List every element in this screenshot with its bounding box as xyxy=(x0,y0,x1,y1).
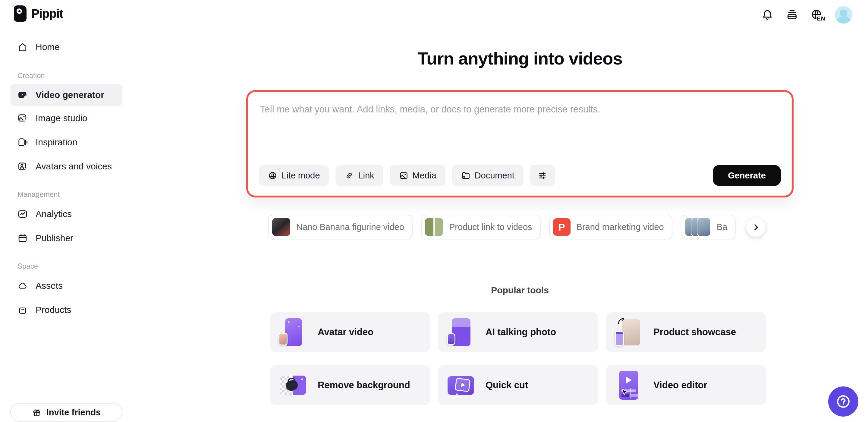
tool-label: Video editor xyxy=(653,380,707,391)
chip-product-link-to-videos[interactable]: Product link to videos xyxy=(421,215,541,239)
tool-label: Product showcase xyxy=(653,327,736,338)
publisher-icon xyxy=(18,233,28,243)
language-code: EN xyxy=(816,16,825,22)
topbar-actions: EN xyxy=(761,6,852,24)
inspiration-icon xyxy=(18,137,28,147)
sidebar-item-label: Video generator xyxy=(36,90,104,100)
curved-arrow-icon xyxy=(617,316,627,327)
product-showcase-thumbnail xyxy=(614,318,643,346)
generate-button[interactable]: Generate xyxy=(713,165,781,186)
composer-toolbar: Lite mode Link Media Document Generate xyxy=(259,165,781,186)
sidebar-item-publisher[interactable]: Publisher xyxy=(10,229,122,248)
chips-scroll-next-button[interactable] xyxy=(746,218,766,237)
chip-thumbnail-stack xyxy=(685,218,711,236)
assets-cloud-icon xyxy=(18,281,28,291)
sidebar: Home Creation Video generator Image stud… xyxy=(10,37,122,320)
user-avatar[interactable] xyxy=(835,6,852,24)
sidebar-section-creation: Creation xyxy=(10,70,122,81)
chip-thumbnail xyxy=(272,218,290,236)
lite-mode-button[interactable]: Lite mode xyxy=(259,165,329,186)
suggestion-chips-row: Nano Banana figurine video Product link … xyxy=(268,215,793,240)
pippit-logo[interactable]: Pippit xyxy=(14,5,63,22)
sidebar-item-home[interactable]: Home xyxy=(10,37,122,57)
add-link-button[interactable]: Link xyxy=(336,165,383,186)
invite-friends-label: Invite friends xyxy=(46,408,101,418)
help-button[interactable] xyxy=(828,386,858,417)
analytics-icon xyxy=(18,209,28,219)
sidebar-item-label: Publisher xyxy=(36,233,73,243)
sidebar-item-assets[interactable]: Assets xyxy=(10,276,122,295)
tool-card-product-showcase[interactable]: Product showcase xyxy=(606,312,766,352)
avatar-silhouette-head xyxy=(840,10,847,16)
gift-icon xyxy=(32,408,41,418)
tool-label: Avatar video xyxy=(318,327,373,338)
prompt-input[interactable] xyxy=(260,104,772,146)
notifications-bell-icon[interactable] xyxy=(761,8,774,21)
add-media-label: Media xyxy=(412,171,436,181)
sphere-icon xyxy=(268,171,277,180)
avatar-video-thumbnail xyxy=(278,318,307,346)
chip-brand-marketing-video[interactable]: P Brand marketing video xyxy=(549,215,673,239)
video-generator-icon xyxy=(18,90,28,100)
chevron-right-icon xyxy=(751,223,761,232)
sidebar-item-video-generator[interactable]: Video generator xyxy=(10,84,122,106)
lite-mode-label: Lite mode xyxy=(281,171,320,181)
prompt-composer-card: Lite mode Link Media Document Generate xyxy=(246,90,794,198)
quick-cut-thumbnail: ✂ xyxy=(446,371,475,400)
invite-friends-button[interactable]: Invite friends xyxy=(10,403,122,422)
popular-tools-grid: Avatar video AI talking photo Product sh… xyxy=(270,312,766,405)
sidebar-item-analytics[interactable]: Analytics xyxy=(10,204,122,224)
pippit-logo-text: Pippit xyxy=(31,7,63,21)
chip-truncated[interactable]: Ba xyxy=(681,215,736,239)
tool-card-avatar-video[interactable]: Avatar video xyxy=(270,312,430,352)
sidebar-section-space: Space xyxy=(10,261,122,271)
mouse-cursor xyxy=(620,388,629,397)
chip-thumbnail xyxy=(425,218,443,236)
tool-card-ai-talking-photo[interactable]: AI talking photo xyxy=(438,312,598,352)
tool-label: Quick cut xyxy=(486,380,528,391)
tool-card-quick-cut[interactable]: ✂ Quick cut xyxy=(438,365,598,405)
add-link-label: Link xyxy=(358,171,374,181)
image-studio-icon xyxy=(18,113,28,123)
tool-card-remove-background[interactable]: ✦ Remove background xyxy=(270,365,430,405)
pippit-logo-icon xyxy=(14,5,27,22)
add-document-button[interactable]: Document xyxy=(452,165,524,186)
sidebar-item-label: Analytics xyxy=(36,209,72,219)
sidebar-item-label: Home xyxy=(36,42,60,52)
language-globe-icon[interactable]: EN xyxy=(810,8,824,21)
document-folder-icon xyxy=(461,171,470,180)
link-icon xyxy=(344,171,354,180)
products-bag-icon xyxy=(18,305,28,315)
tool-label: Remove background xyxy=(318,380,410,391)
sidebar-item-image-studio[interactable]: Image studio xyxy=(10,109,122,128)
avatar-silhouette-body xyxy=(837,16,850,24)
chip-nano-banana-figurine-video[interactable]: Nano Banana figurine video xyxy=(268,215,412,239)
tool-label: AI talking photo xyxy=(486,327,556,338)
sidebar-item-inspiration[interactable]: Inspiration xyxy=(10,132,122,152)
generation-settings-button[interactable] xyxy=(530,165,555,186)
add-media-button[interactable]: Media xyxy=(390,165,445,186)
question-mark-icon xyxy=(835,394,851,409)
remove-background-thumbnail: ✦ xyxy=(278,371,307,400)
sidebar-item-products[interactable]: Products xyxy=(10,300,122,320)
page-title: Turn anything into videos xyxy=(246,48,794,68)
sliders-icon xyxy=(538,171,547,180)
sidebar-item-label: Assets xyxy=(36,281,63,291)
ai-talking-photo-thumbnail xyxy=(446,318,475,346)
sidebar-item-label: Products xyxy=(36,305,71,315)
avatars-icon xyxy=(18,161,28,172)
sidebar-section-management: Management xyxy=(10,189,122,200)
chip-label: Product link to videos xyxy=(449,222,532,232)
chip-label: Ba xyxy=(717,222,727,232)
chip-p-badge: P xyxy=(553,218,570,236)
tool-card-video-editor[interactable]: Video editor xyxy=(606,365,766,405)
sidebar-item-label: Avatars and voices xyxy=(36,161,112,172)
media-image-icon xyxy=(399,171,408,180)
home-icon xyxy=(18,42,28,52)
sidebar-item-label: Inspiration xyxy=(36,137,77,147)
sidebar-item-avatars-and-voices[interactable]: Avatars and voices xyxy=(10,157,122,176)
chip-label: Nano Banana figurine video xyxy=(296,222,404,232)
add-document-label: Document xyxy=(475,171,515,181)
archive-stack-icon[interactable] xyxy=(785,8,799,21)
popular-tools-title: Popular tools xyxy=(246,285,794,295)
